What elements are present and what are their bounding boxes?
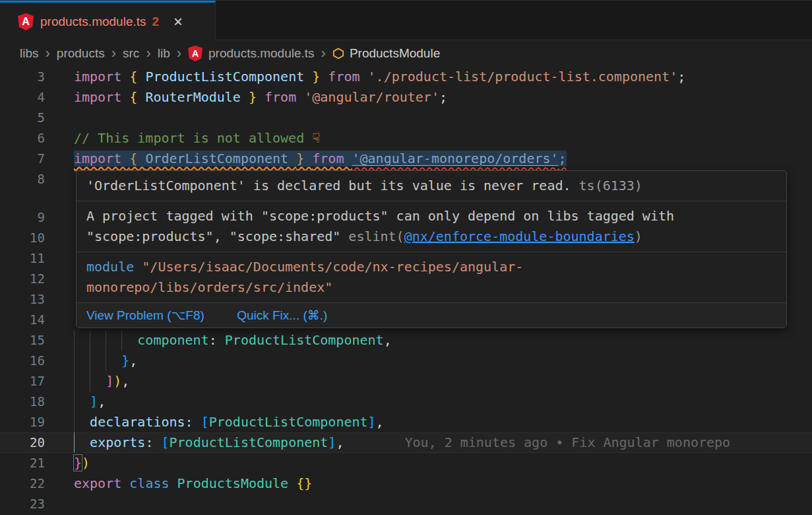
token: ProductListComponent <box>209 414 368 430</box>
token: ProductListComponent <box>225 332 384 348</box>
eslint-message-line1: A project tagged with "scope:products" c… <box>86 206 776 226</box>
token: ; <box>439 89 447 105</box>
line-number[interactable]: 14 <box>0 310 63 330</box>
token <box>74 414 90 430</box>
eslint-source-close: ) <box>635 228 642 244</box>
code-line-3: 3 import { ProductListComponent } from '… <box>0 67 812 87</box>
token: { <box>129 89 145 105</box>
chevron-right-icon: › <box>146 46 150 61</box>
eslint-rule-link[interactable]: @nx/enforce-module-boundaries <box>404 228 635 244</box>
line-number[interactable]: 15 <box>0 330 63 351</box>
code-text[interactable]: export class ProductsModule {} <box>63 473 812 494</box>
code-text[interactable]: ]), <box>63 371 812 392</box>
token: ] <box>106 373 113 389</box>
line-number[interactable]: 4 <box>0 87 63 108</box>
token: , <box>129 353 137 368</box>
close-icon[interactable]: × <box>173 14 183 30</box>
view-problem-button[interactable]: View Problem (⌥F8) <box>86 308 204 322</box>
token: { <box>129 69 145 85</box>
tab-products-module[interactable]: A products.module.ts 2 × <box>0 1 216 41</box>
token: OrderListComponent <box>145 151 296 166</box>
tab-problem-count: 2 <box>152 15 160 29</box>
angular-icon: A <box>188 46 203 61</box>
code-text[interactable] <box>63 494 812 514</box>
line-number[interactable]: 6 <box>0 128 63 149</box>
quick-fix-button[interactable]: Quick Fix... (⌘.) <box>237 308 327 322</box>
line-number[interactable]: 20 <box>0 432 63 453</box>
code-text[interactable]: import { OrderListComponent } from '@ang… <box>63 149 812 169</box>
line-number[interactable]: 21 <box>0 453 63 473</box>
code-text[interactable] <box>63 108 812 128</box>
breadcrumb-item-lib[interactable]: lib <box>158 46 170 61</box>
module-path-line1: module "/Users/isaac/Documents/code/nx-r… <box>86 257 776 277</box>
code-text[interactable]: declarations: [ProductListComponent], <box>63 412 812 432</box>
code-line-20-current: 20 exports: [ProductListComponent],You, … <box>0 432 812 453</box>
token: {} <box>296 475 312 491</box>
line-number[interactable]: 18 <box>0 392 63 412</box>
token: export <box>74 475 129 491</box>
code-text[interactable]: component: ProductListComponent, <box>63 330 812 351</box>
token: , <box>336 434 344 450</box>
chevron-right-icon: › <box>111 46 116 61</box>
module-keyword: module <box>86 259 142 275</box>
tab-bar: A products.module.ts 2 × <box>0 0 812 40</box>
line-number[interactable]: 16 <box>0 351 63 371</box>
code-line-21: 21 }) <box>0 453 812 473</box>
line-number[interactable]: 23 <box>0 494 63 514</box>
line-number[interactable]: 12 <box>0 269 63 289</box>
chevron-right-icon: › <box>46 46 50 61</box>
code-text[interactable]: import { RouterModule } from '@angular/r… <box>63 87 812 108</box>
eslint-message-line2: "scope:products", "scope:shared" eslint(… <box>86 226 776 247</box>
warning-squiggle: import { OrderListComponent } from <box>74 151 352 166</box>
code-line-15: 15 component: ProductListComponent, <box>0 330 812 351</box>
token: // This import is not allowed <box>74 130 312 146</box>
breadcrumb-item-file[interactable]: products.module.ts <box>208 46 315 61</box>
line-number[interactable]: 19 <box>0 412 63 432</box>
code-text[interactable]: // This import is not allowed ☟ <box>63 128 812 149</box>
line-number[interactable]: 11 <box>0 248 63 269</box>
token: , <box>384 332 392 348</box>
token: ; <box>559 151 567 166</box>
code-text[interactable]: exports: [ProductListComponent],You, 2 m… <box>63 432 812 453</box>
token <box>74 434 90 450</box>
eslint-message-text: "scope:products", "scope:shared" <box>86 228 348 244</box>
token: class <box>129 475 177 491</box>
hover-eslint-error: A project tagged with "scope:products" c… <box>77 201 786 252</box>
line-number[interactable]: 8 <box>0 169 63 189</box>
token: [ <box>161 434 169 450</box>
token: from <box>265 89 304 105</box>
token: from <box>312 151 352 166</box>
line-number[interactable]: 3 <box>0 67 63 87</box>
token: declarations <box>90 414 185 430</box>
token: import <box>74 69 129 85</box>
chevron-right-icon: › <box>177 46 181 61</box>
code-line-23: 23 <box>0 494 812 514</box>
code-text[interactable]: }, <box>63 351 812 371</box>
line-number[interactable]: 13 <box>0 289 63 310</box>
token: } <box>249 89 265 105</box>
git-blame-annotation: You, 2 minutes ago • Fix Angular monorep… <box>404 434 730 450</box>
code-line-18: 18 ], <box>0 392 812 412</box>
breadcrumb-item-src[interactable]: src <box>123 46 139 61</box>
line-number[interactable]: 5 <box>0 108 63 128</box>
token: , <box>376 414 384 430</box>
hover-module-info: module "/Users/isaac/Documents/code/nx-r… <box>77 252 786 303</box>
line-number[interactable]: 7 <box>0 149 63 169</box>
line-number[interactable]: 22 <box>0 473 63 494</box>
line-number[interactable]: 9 <box>0 207 63 228</box>
line-number[interactable]: 10 <box>0 228 63 248</box>
code-text[interactable]: }) <box>63 453 812 473</box>
line-number[interactable]: 17 <box>0 371 63 392</box>
token: './product-list/product-list.component' <box>368 69 678 85</box>
token: } <box>312 69 328 85</box>
code-line-17: 17 ]), <box>0 371 812 392</box>
breadcrumb-item-libs[interactable]: libs <box>20 46 39 61</box>
selection-highlight: import { OrderListComponent } from '@ang… <box>74 151 567 166</box>
code-text[interactable]: import { ProductListComponent } from './… <box>63 67 812 87</box>
breadcrumb-item-symbol[interactable]: ProductsModule <box>350 46 440 61</box>
code-line-6: 6 // This import is not allowed ☟ <box>0 128 812 149</box>
code-text[interactable]: ], <box>63 392 812 412</box>
breadcrumb-item-products[interactable]: products <box>57 46 105 61</box>
token: ] <box>328 434 336 450</box>
token: ] <box>90 394 98 409</box>
